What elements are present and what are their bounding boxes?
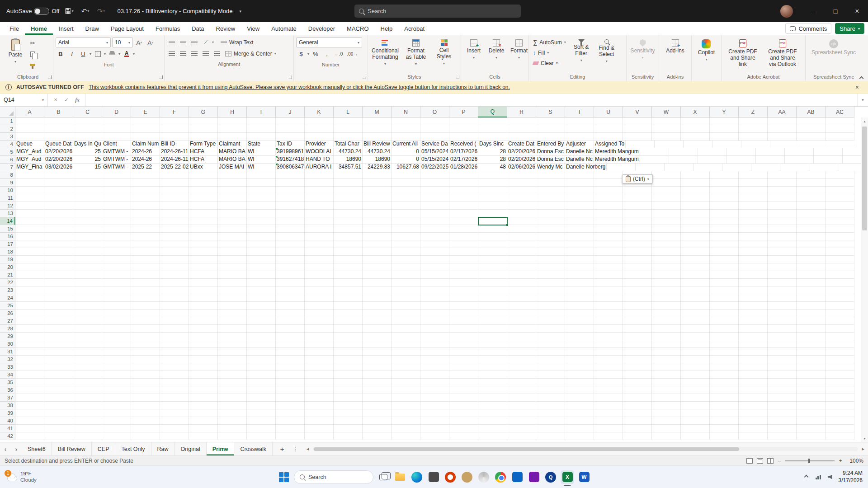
grid-cell[interactable] xyxy=(623,348,652,356)
grid-cell[interactable] xyxy=(334,394,363,402)
grid-cell[interactable] xyxy=(305,417,334,425)
grid-cell[interactable] xyxy=(536,240,565,248)
grid-cell[interactable] xyxy=(15,386,44,394)
cell-F6[interactable]: 2024-26-11 xyxy=(160,156,189,164)
grid-cell[interactable] xyxy=(15,202,44,210)
grid-cell[interactable] xyxy=(363,371,392,379)
grid-cell[interactable] xyxy=(131,325,160,333)
grid-cell[interactable] xyxy=(478,379,507,386)
grid-cell[interactable] xyxy=(305,348,334,356)
grid-cell[interactable] xyxy=(15,348,44,356)
grid-cell[interactable] xyxy=(768,356,797,363)
taskbar-clock[interactable]: 9:24 AM 3/17/2026 xyxy=(839,470,863,484)
grid-cell[interactable] xyxy=(449,125,478,133)
file-explorer-button[interactable] xyxy=(393,470,407,484)
grid-cell[interactable] xyxy=(305,240,334,248)
grid-cell[interactable] xyxy=(536,409,565,417)
grid-cell[interactable] xyxy=(536,133,565,141)
grid-cell[interactable] xyxy=(768,340,797,348)
grid-cell[interactable] xyxy=(756,156,785,164)
grid-cell[interactable] xyxy=(276,271,305,279)
col-header-P[interactable]: P xyxy=(449,107,478,117)
cell-T7[interactable]: Danelle Norberg xyxy=(565,164,607,171)
grid-cell[interactable] xyxy=(189,394,218,402)
grid-cell[interactable] xyxy=(507,248,536,256)
grid-cell[interactable] xyxy=(478,202,507,210)
grid-cell[interactable] xyxy=(44,371,73,379)
message-bar-close-button[interactable]: × xyxy=(852,84,863,91)
grid-cell[interactable] xyxy=(15,432,44,440)
decrease-font-button[interactable]: A˅ xyxy=(146,38,156,47)
grid-cell[interactable] xyxy=(131,417,160,425)
grid-cell[interactable] xyxy=(739,340,768,348)
cell-C6[interactable]: 25 xyxy=(73,156,102,164)
grid-cell[interactable] xyxy=(276,263,305,271)
grid-cell[interactable] xyxy=(189,425,218,432)
grid-cell[interactable] xyxy=(363,348,392,356)
grid-cell[interactable] xyxy=(218,263,247,271)
grid-cell[interactable] xyxy=(449,348,478,356)
grid-cell[interactable] xyxy=(276,125,305,133)
grid-cell[interactable] xyxy=(420,117,449,125)
cell-K6[interactable]: HAND TO xyxy=(305,156,334,164)
scroll-left-arrow[interactable]: ◂ xyxy=(305,446,311,452)
grid-cell[interactable] xyxy=(623,386,652,394)
grid-cell[interactable] xyxy=(652,117,681,125)
grid-cell[interactable] xyxy=(363,432,392,440)
ribbon-tab-insert[interactable]: Insert xyxy=(53,22,80,35)
row-header-18[interactable]: 18 xyxy=(0,248,15,256)
col-header-I[interactable]: I xyxy=(247,107,276,117)
grid-cell[interactable] xyxy=(392,179,420,187)
grid-cell[interactable] xyxy=(102,286,131,294)
grid-cell[interactable] xyxy=(507,317,536,325)
grid-cell[interactable] xyxy=(218,248,247,256)
grid-cell[interactable] xyxy=(710,363,739,371)
grid-cell[interactable] xyxy=(73,325,102,333)
grid-cell[interactable] xyxy=(392,317,420,325)
grid-cell[interactable] xyxy=(218,394,247,402)
grid-cell[interactable] xyxy=(652,417,681,425)
grid-cell[interactable] xyxy=(160,225,189,233)
page-break-view-button[interactable] xyxy=(767,458,774,464)
grid-cell[interactable] xyxy=(710,286,739,294)
cell-P7[interactable]: 01/28/2026 xyxy=(449,164,478,171)
grid-cell[interactable] xyxy=(693,164,722,171)
grid-cell[interactable] xyxy=(565,302,594,310)
grid-cell[interactable] xyxy=(363,179,392,187)
ribbon-tab-developer[interactable]: Developer xyxy=(302,22,341,35)
grid-cell[interactable] xyxy=(536,294,565,302)
grid-cell[interactable] xyxy=(739,425,768,432)
col-header-B[interactable]: B xyxy=(44,107,73,117)
grid-cell[interactable] xyxy=(797,394,826,402)
grid-cell[interactable] xyxy=(681,333,710,340)
grid-cell[interactable] xyxy=(838,164,861,171)
grid-cell[interactable] xyxy=(797,271,826,279)
grid-cell[interactable] xyxy=(218,171,247,179)
grid-cell[interactable] xyxy=(594,425,623,432)
grid-cell[interactable] xyxy=(44,133,73,141)
app-button-2[interactable] xyxy=(443,470,457,484)
cell-D7[interactable]: GMTWM - xyxy=(102,164,131,171)
grid-cell[interactable] xyxy=(160,133,189,141)
grid-cell[interactable] xyxy=(420,217,449,225)
grid-cell[interactable] xyxy=(102,379,131,386)
format-as-table-button[interactable]: Format as Table▾ xyxy=(402,38,430,68)
grid-cell[interactable] xyxy=(305,171,334,179)
formula-input[interactable] xyxy=(85,94,857,106)
grid-cell[interactable] xyxy=(189,302,218,310)
grid-cell[interactable] xyxy=(623,194,652,202)
grid-cell[interactable] xyxy=(160,386,189,394)
grid-cell[interactable] xyxy=(392,386,420,394)
sheet-tab-cep[interactable]: CEP xyxy=(92,442,116,455)
grid-cell[interactable] xyxy=(507,394,536,402)
grid-cell[interactable] xyxy=(507,217,536,225)
grid-cell[interactable] xyxy=(623,294,652,302)
grid-cell[interactable] xyxy=(681,225,710,233)
grid-cell[interactable] xyxy=(652,340,681,348)
grid-cell[interactable] xyxy=(131,356,160,363)
grid-cell[interactable] xyxy=(768,194,797,202)
decrease-indent-button[interactable] xyxy=(201,49,211,58)
grid-cell[interactable] xyxy=(565,248,594,256)
grid-cell[interactable] xyxy=(73,432,102,440)
grid-cell[interactable] xyxy=(797,310,826,317)
